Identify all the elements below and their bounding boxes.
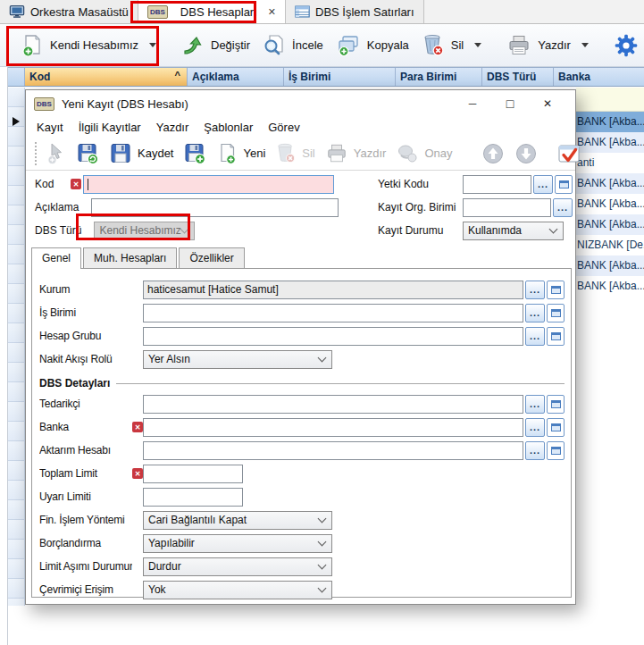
tab-genel[interactable]: Genel (31, 247, 81, 269)
kendi-hesabimiz-button[interactable]: Kendi Hesabımız (14, 29, 163, 62)
table-row[interactable]: BANK [Akba... (576, 214, 644, 235)
dialog-title-bar[interactable]: DBS Yeni Kayıt (DBS Hesabı) ─ □ ✕ (26, 90, 575, 117)
tab-label: DBS İşlem Satırları (315, 5, 414, 19)
minimize-button[interactable]: ─ (454, 90, 491, 117)
tab-orkestra-masaustu[interactable]: Orkestra Masaüstü (0, 0, 138, 23)
yetki-kodu-input[interactable] (463, 175, 531, 194)
is-birimi-input[interactable] (143, 304, 523, 322)
chevron-down-icon[interactable] (581, 43, 589, 47)
mini-window-icon (551, 400, 561, 408)
lookup-window-button[interactable] (547, 304, 565, 322)
lookup-window-button[interactable] (547, 281, 565, 299)
sil-button[interactable]: Sil (415, 29, 488, 61)
lookup-ellipsis-button[interactable]: ... (533, 175, 553, 194)
table-row[interactable]: BANK [Akba... (576, 255, 644, 276)
chevron-down-icon[interactable] (474, 43, 481, 47)
dbs-turu-combobox[interactable]: Kendi Hesabımız (94, 222, 195, 240)
kaydet-button[interactable]: Kaydet (109, 142, 173, 165)
tab-ozellikler[interactable]: Özellikler (179, 247, 244, 268)
fin-islem-yontemi-combobox[interactable]: Cari Bağlantılı Kapat (143, 511, 332, 530)
borclandirma-combobox[interactable]: Yapılabilir (143, 534, 332, 553)
column-header-dbs-turu[interactable]: DBS Türü (482, 68, 554, 86)
cell-banka: BANK [Akba... (577, 197, 644, 210)
next-record-button[interactable] (514, 142, 538, 165)
degistir-button[interactable]: Değiştir (175, 30, 256, 61)
lookup-ellipsis-button[interactable]: ... (525, 395, 545, 414)
lookup-ellipsis-button[interactable]: ... (525, 327, 545, 346)
lookup-window-button[interactable] (547, 395, 565, 414)
yeni-button[interactable]: Yeni (216, 142, 265, 165)
maximize-button[interactable]: □ (491, 90, 529, 117)
cevrimici-erisim-combobox[interactable]: Yok (143, 581, 332, 599)
tab-dbs-islem-satirlari[interactable]: DBS İşlem Satırları (286, 0, 424, 23)
table-row[interactable]: BANK [Akba... (576, 173, 644, 194)
grid-filter-row[interactable] (576, 88, 644, 112)
uyari-limiti-input[interactable] (143, 488, 243, 507)
nakit-akisi-rolu-combobox[interactable]: Yer Alsın (143, 350, 332, 369)
tedarikci-input[interactable] (143, 395, 523, 414)
incele-button[interactable]: İncele (256, 30, 330, 61)
table-row[interactable]: BANK [Akba... (576, 112, 644, 132)
lookup-ellipsis-button[interactable]: ... (525, 418, 545, 437)
table-row[interactable]: anti (576, 153, 644, 173)
menu-ilgili-kayitlar[interactable]: İlgili Kayıtlar (79, 121, 141, 134)
genel-tab-panel: Kurum haticesamut [Hatice Samut] ... İş … (31, 268, 572, 598)
kayit-org-birimi-input[interactable] (463, 198, 551, 217)
banka-input[interactable] (143, 418, 523, 437)
table-row[interactable]: BANK [Akba... (576, 276, 644, 297)
button-label: Sil (451, 38, 464, 52)
kod-input[interactable] (83, 175, 334, 194)
settings-button[interactable] (607, 29, 644, 62)
red-check-icon (556, 142, 581, 165)
menu-sablonlar[interactable]: Şablonlar (204, 121, 253, 134)
pointer-add-button[interactable] (45, 142, 66, 165)
save-new-button[interactable] (183, 142, 206, 165)
column-header-aciklama[interactable]: Açıklama (188, 68, 284, 86)
trash-icon (422, 33, 445, 57)
confirm-close-button[interactable] (556, 142, 581, 165)
toplam-limit-input[interactable] (143, 465, 243, 483)
lookup-window-button[interactable] (547, 327, 565, 346)
table-row[interactable]: BANK [Akba... (576, 194, 644, 214)
sil-button-dialog[interactable]: Sil (275, 142, 314, 164)
tab-close-icon[interactable]: ✕ (268, 6, 276, 18)
column-header-banka[interactable]: Banka (554, 68, 644, 86)
menu-kayit[interactable]: Kayıt (37, 121, 63, 134)
menu-yazdir[interactable]: Yazdır (156, 121, 189, 134)
mini-window-icon (551, 309, 561, 317)
column-header-para-birimi[interactable]: Para Birimi (396, 68, 482, 86)
aktarim-hesabi-input[interactable] (143, 441, 523, 460)
lookup-ellipsis-button[interactable]: ... (525, 441, 545, 460)
kopyala-button[interactable]: Kopyala (330, 30, 415, 61)
kurum-input[interactable]: haticesamut [Hatice Samut] (143, 281, 523, 299)
chevron-down-icon (318, 584, 327, 593)
close-button[interactable]: ✕ (529, 90, 566, 117)
kayit-durumu-combobox[interactable]: Kullanımda (463, 222, 564, 240)
lookup-ellipsis-button[interactable]: ... (553, 198, 573, 217)
column-header-kod[interactable]: Kod ^ (25, 68, 188, 86)
tab-dbs-hesaplari[interactable]: DBS DBS Hesapları ✕ (138, 0, 286, 23)
column-header-is-birimi[interactable]: İş Birimi (284, 68, 396, 86)
limit-asimi-combobox[interactable]: Durdur (143, 557, 332, 576)
lookup-ellipsis-button[interactable]: ... (525, 281, 545, 299)
previous-record-button[interactable] (481, 142, 505, 165)
table-row[interactable]: BANK [Akba... (576, 132, 644, 153)
lookup-ellipsis-button[interactable]: ... (525, 304, 545, 322)
lookup-window-button[interactable] (547, 418, 565, 437)
onay-button[interactable]: Onay (396, 143, 452, 164)
lookup-window-button[interactable] (555, 175, 573, 194)
save-refresh-button[interactable] (76, 142, 99, 165)
yazdir-button-dialog[interactable]: Yazdır (325, 143, 387, 164)
tab-muh-hesaplari[interactable]: Muh. Hesapları (83, 247, 177, 268)
toolbar-drag-handle[interactable] (35, 142, 37, 165)
hesap-grubu-input[interactable] (143, 327, 523, 346)
menu-gorev[interactable]: Görev (268, 121, 299, 134)
table-row[interactable]: NIZBANK [De... (576, 235, 644, 255)
dialog-title: Yeni Kayıt (DBS Hesabı) (62, 97, 188, 111)
window-controls: ─ □ ✕ (454, 90, 566, 117)
aciklama-input[interactable] (91, 198, 339, 217)
yazdir-button[interactable]: Yazdır (500, 30, 595, 61)
lookup-window-button[interactable] (547, 441, 565, 460)
button-label: Sil (302, 147, 314, 160)
grid-corner-cell[interactable] (8, 68, 25, 86)
